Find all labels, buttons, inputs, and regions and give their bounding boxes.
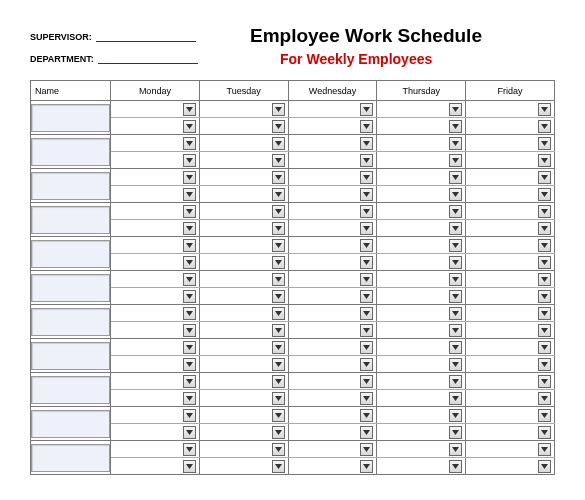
dropdown-icon[interactable]	[360, 120, 373, 133]
dropdown-icon[interactable]	[183, 290, 196, 303]
dropdown-icon[interactable]	[272, 137, 285, 150]
dropdown-icon[interactable]	[272, 375, 285, 388]
dropdown-icon[interactable]	[360, 341, 373, 354]
dropdown-icon[interactable]	[360, 375, 373, 388]
name-input[interactable]	[31, 410, 110, 438]
dropdown-icon[interactable]	[272, 409, 285, 422]
dropdown-icon[interactable]	[272, 290, 285, 303]
dropdown-icon[interactable]	[449, 239, 462, 252]
dropdown-icon[interactable]	[183, 358, 196, 371]
dropdown-icon[interactable]	[183, 375, 196, 388]
dropdown-icon[interactable]	[538, 443, 551, 456]
dropdown-icon[interactable]	[183, 120, 196, 133]
dropdown-icon[interactable]	[183, 324, 196, 337]
dropdown-icon[interactable]	[360, 358, 373, 371]
dropdown-icon[interactable]	[272, 154, 285, 167]
dropdown-icon[interactable]	[449, 392, 462, 405]
dropdown-icon[interactable]	[538, 290, 551, 303]
dropdown-icon[interactable]	[538, 426, 551, 439]
dropdown-icon[interactable]	[538, 256, 551, 269]
dropdown-icon[interactable]	[538, 103, 551, 116]
dropdown-icon[interactable]	[360, 426, 373, 439]
dropdown-icon[interactable]	[449, 273, 462, 286]
name-input[interactable]	[31, 444, 110, 472]
dropdown-icon[interactable]	[360, 392, 373, 405]
dropdown-icon[interactable]	[183, 205, 196, 218]
dropdown-icon[interactable]	[449, 409, 462, 422]
dropdown-icon[interactable]	[183, 188, 196, 201]
dropdown-icon[interactable]	[449, 222, 462, 235]
dropdown-icon[interactable]	[360, 154, 373, 167]
dropdown-icon[interactable]	[272, 392, 285, 405]
dropdown-icon[interactable]	[183, 341, 196, 354]
dropdown-icon[interactable]	[360, 290, 373, 303]
dropdown-icon[interactable]	[360, 103, 373, 116]
dropdown-icon[interactable]	[183, 137, 196, 150]
dropdown-icon[interactable]	[272, 426, 285, 439]
dropdown-icon[interactable]	[449, 460, 462, 473]
dropdown-icon[interactable]	[449, 205, 462, 218]
dropdown-icon[interactable]	[538, 273, 551, 286]
dropdown-icon[interactable]	[272, 222, 285, 235]
dropdown-icon[interactable]	[183, 443, 196, 456]
dropdown-icon[interactable]	[272, 443, 285, 456]
dropdown-icon[interactable]	[272, 307, 285, 320]
dropdown-icon[interactable]	[538, 460, 551, 473]
dropdown-icon[interactable]	[538, 188, 551, 201]
name-input[interactable]	[31, 172, 110, 200]
dropdown-icon[interactable]	[538, 154, 551, 167]
dropdown-icon[interactable]	[272, 460, 285, 473]
dropdown-icon[interactable]	[272, 188, 285, 201]
dropdown-icon[interactable]	[360, 137, 373, 150]
dropdown-icon[interactable]	[449, 324, 462, 337]
dropdown-icon[interactable]	[360, 222, 373, 235]
dropdown-icon[interactable]	[360, 273, 373, 286]
dropdown-icon[interactable]	[449, 443, 462, 456]
dropdown-icon[interactable]	[360, 409, 373, 422]
dropdown-icon[interactable]	[183, 460, 196, 473]
dropdown-icon[interactable]	[183, 103, 196, 116]
name-input[interactable]	[31, 138, 110, 166]
dropdown-icon[interactable]	[449, 426, 462, 439]
dropdown-icon[interactable]	[360, 188, 373, 201]
dropdown-icon[interactable]	[538, 392, 551, 405]
dropdown-icon[interactable]	[538, 375, 551, 388]
dropdown-icon[interactable]	[272, 273, 285, 286]
dropdown-icon[interactable]	[449, 137, 462, 150]
dropdown-icon[interactable]	[538, 239, 551, 252]
dropdown-icon[interactable]	[272, 103, 285, 116]
dropdown-icon[interactable]	[538, 120, 551, 133]
name-input[interactable]	[31, 308, 110, 336]
name-input[interactable]	[31, 206, 110, 234]
dropdown-icon[interactable]	[538, 205, 551, 218]
dropdown-icon[interactable]	[183, 222, 196, 235]
name-input[interactable]	[31, 342, 110, 370]
name-input[interactable]	[31, 274, 110, 302]
dropdown-icon[interactable]	[272, 256, 285, 269]
dropdown-icon[interactable]	[183, 256, 196, 269]
dropdown-icon[interactable]	[183, 426, 196, 439]
dropdown-icon[interactable]	[183, 154, 196, 167]
dropdown-icon[interactable]	[449, 154, 462, 167]
dropdown-icon[interactable]	[183, 307, 196, 320]
dropdown-icon[interactable]	[272, 205, 285, 218]
dropdown-icon[interactable]	[272, 120, 285, 133]
dropdown-icon[interactable]	[360, 460, 373, 473]
dropdown-icon[interactable]	[538, 307, 551, 320]
dropdown-icon[interactable]	[449, 375, 462, 388]
dropdown-icon[interactable]	[360, 443, 373, 456]
dropdown-icon[interactable]	[449, 307, 462, 320]
dropdown-icon[interactable]	[360, 256, 373, 269]
dropdown-icon[interactable]	[272, 358, 285, 371]
name-input[interactable]	[31, 240, 110, 268]
dropdown-icon[interactable]	[449, 171, 462, 184]
dropdown-icon[interactable]	[449, 256, 462, 269]
name-input[interactable]	[31, 104, 110, 132]
dropdown-icon[interactable]	[538, 358, 551, 371]
dropdown-icon[interactable]	[183, 392, 196, 405]
dropdown-icon[interactable]	[360, 205, 373, 218]
dropdown-icon[interactable]	[449, 103, 462, 116]
dropdown-icon[interactable]	[449, 358, 462, 371]
dropdown-icon[interactable]	[449, 188, 462, 201]
dropdown-icon[interactable]	[272, 341, 285, 354]
